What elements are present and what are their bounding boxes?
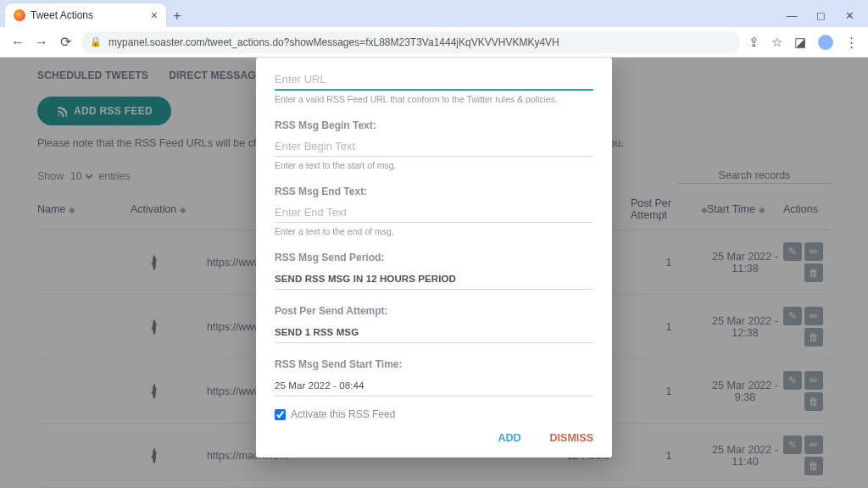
begin-label: RSS Msg Begin Text:	[275, 119, 593, 131]
minimize-icon[interactable]: —	[785, 9, 798, 22]
add-rss-modal: Enter a valid RSS Feed URL that conform …	[256, 58, 612, 458]
bookmark-icon[interactable]: ☆	[771, 35, 782, 50]
start-label: RSS Msg Send Start Time:	[275, 358, 593, 370]
start-time-input[interactable]: 25 Mar 2022 - 08:44	[275, 375, 593, 396]
menu-icon[interactable]: ⋮	[845, 35, 858, 50]
lock-icon: 🔒	[90, 36, 102, 47]
back-icon[interactable]: ←	[10, 35, 25, 50]
new-tab-button[interactable]: +	[166, 5, 188, 27]
period-label: RSS Msg Send Period:	[275, 252, 593, 263]
extension-icon[interactable]: ◪	[794, 35, 806, 50]
activate-label: Activate this RSS Feed	[291, 408, 395, 420]
browser-tab[interactable]: Tweet Actions ×	[5, 3, 166, 27]
forward-icon[interactable]: →	[34, 35, 49, 50]
address-bar[interactable]: 🔒 mypanel.soaster.com/tweet_actions.do?s…	[81, 31, 740, 53]
activate-checkbox-input[interactable]	[275, 409, 286, 420]
add-button[interactable]: ADD	[498, 432, 521, 444]
avatar[interactable]	[818, 35, 833, 50]
window-close-icon[interactable]: ✕	[843, 9, 856, 22]
url-help: Enter a valid RSS Feed URL that conform …	[275, 94, 593, 104]
reload-icon[interactable]: ⟳	[58, 34, 73, 50]
end-text-input[interactable]	[275, 202, 593, 223]
period-select[interactable]: SEND RSS MSG IN 12 HOURS PERIOD	[275, 269, 593, 290]
tab-title: Tweet Actions	[31, 9, 93, 21]
browser-toolbar: ← → ⟳ 🔒 mypanel.soaster.com/tweet_action…	[0, 27, 868, 58]
browser-tab-strip: Tweet Actions × + — ◻ ✕	[0, 0, 868, 27]
begin-text-input[interactable]	[275, 136, 593, 157]
end-help: Enter a text to the end of msg.	[275, 226, 593, 236]
window-controls: — ◻ ✕	[785, 9, 868, 27]
rss-url-input[interactable]	[275, 69, 593, 91]
dismiss-button[interactable]: DISMISS	[550, 432, 593, 444]
favicon	[14, 9, 25, 21]
url-text: mypanel.soaster.com/tweet_actions.do?sho…	[108, 36, 559, 48]
close-icon[interactable]: ×	[151, 8, 158, 22]
activate-checkbox[interactable]: Activate this RSS Feed	[275, 408, 593, 420]
ppa-select[interactable]: SEND 1 RSS MSG	[275, 322, 593, 343]
end-label: RSS Msg End Text:	[275, 186, 593, 197]
share-icon[interactable]: ⇪	[748, 35, 760, 50]
maximize-icon[interactable]: ◻	[814, 9, 827, 22]
ppa-label: Post Per Send Attempt:	[275, 305, 593, 317]
begin-help: Enter a text to the start of msg.	[275, 160, 593, 170]
